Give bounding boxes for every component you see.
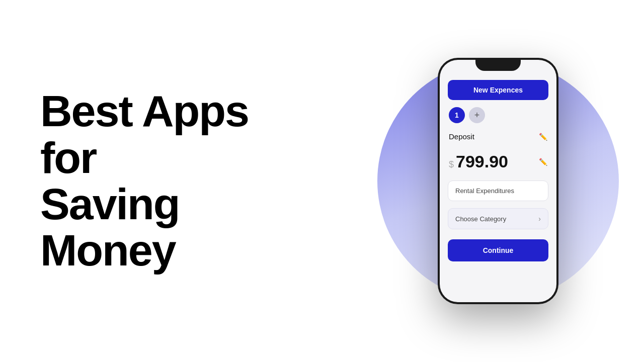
phone-notch [475, 60, 521, 71]
choose-category-button[interactable]: Choose Category › [448, 208, 548, 229]
phone-mockup: New Expences 1 + Deposit ✏️ $ 799.90 [438, 58, 558, 304]
phone-screen: New Expences 1 + Deposit ✏️ $ 799.90 [440, 60, 556, 302]
phone-content: New Expences 1 + Deposit ✏️ $ 799.90 [440, 64, 556, 269]
headline-line3: Saving Money [40, 179, 180, 275]
headline: Best Apps for Saving Money [40, 88, 322, 274]
chevron-right-icon: › [538, 215, 541, 223]
rental-expenditures-field[interactable]: Rental Expenditures [448, 180, 548, 201]
continue-button[interactable]: Continue [448, 239, 548, 261]
deposit-edit-icon[interactable]: ✏️ [539, 133, 547, 141]
amount-display: $ 799.90 [449, 152, 508, 171]
amount-row: $ 799.90 ✏️ [448, 150, 548, 173]
new-expenses-button[interactable]: New Expences [448, 80, 548, 100]
deposit-label: Deposit [449, 132, 474, 141]
amount-value: 799.90 [456, 152, 508, 171]
right-section: New Expences 1 + Deposit ✏️ $ 799.90 [352, 0, 644, 362]
avatar-add[interactable]: + [469, 107, 485, 123]
avatar-row: 1 + [448, 107, 548, 123]
currency-symbol: $ [449, 159, 454, 170]
headline-line1: Best Apps [40, 86, 249, 136]
avatar-1[interactable]: 1 [449, 107, 465, 123]
left-section: Best Apps for Saving Money [0, 58, 352, 304]
headline-line2: for [40, 133, 96, 183]
deposit-row: Deposit ✏️ [448, 130, 548, 143]
amount-edit-icon[interactable]: ✏️ [539, 158, 547, 166]
choose-category-label: Choose Category [455, 215, 506, 223]
